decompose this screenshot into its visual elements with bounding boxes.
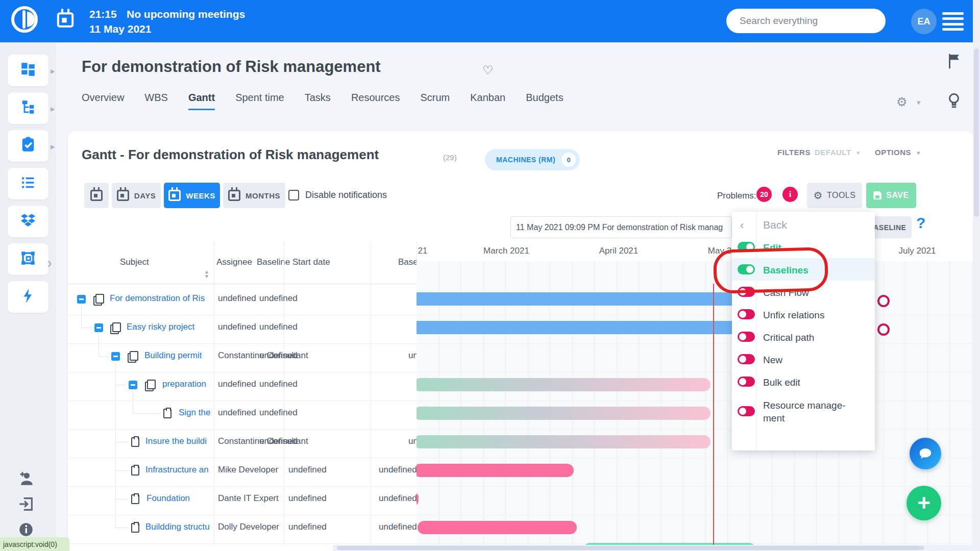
meetings-status[interactable]: No upcoming meetings bbox=[127, 8, 245, 20]
gantt-chart-area[interactable] bbox=[416, 261, 973, 545]
menu-item-bulk-edit[interactable]: Bulk edit bbox=[732, 370, 875, 393]
sidebar-item-bolt[interactable] bbox=[8, 281, 48, 313]
row-separator bbox=[68, 343, 416, 344]
column-header-baseline-end[interactable]: Base bbox=[398, 257, 418, 267]
lightbulb-icon[interactable] bbox=[945, 92, 963, 111]
settings-caret-icon[interactable]: ▾ bbox=[917, 98, 921, 107]
sidebar-item-frame[interactable] bbox=[8, 243, 48, 275]
help-question-icon[interactable]: ? bbox=[916, 214, 925, 232]
gantt-bar-row-8[interactable] bbox=[416, 492, 419, 506]
tab-kanban[interactable]: Kanban bbox=[470, 92, 505, 110]
calendar-icon[interactable] bbox=[57, 12, 74, 28]
tab-resources[interactable]: Resources bbox=[351, 92, 400, 110]
subject-link[interactable]: Sign the bbox=[179, 408, 210, 418]
chevron-right-icon[interactable]: ▸ bbox=[51, 141, 55, 152]
problems-count-badge[interactable]: 20 bbox=[756, 187, 772, 202]
scale-weeks-button[interactable]: WEEKS bbox=[164, 183, 220, 208]
column-header-baseline-start[interactable]: Baseline Start date bbox=[257, 257, 330, 267]
sidebar-item-dashboard-grid[interactable] bbox=[8, 55, 48, 86]
menu-item-resource-manage-ment[interactable]: Resource manage-ment bbox=[732, 393, 875, 430]
gantt-bar-row-9[interactable] bbox=[418, 521, 577, 534]
tab-wbs[interactable]: WBS bbox=[144, 92, 168, 110]
sidebar-expand-chevron-icon[interactable]: › bbox=[47, 254, 52, 271]
add-user-icon[interactable] bbox=[17, 470, 35, 487]
tools-button[interactable]: ⚙TOOLS bbox=[807, 183, 862, 208]
avatar[interactable]: EA bbox=[911, 9, 937, 34]
subject-link[interactable]: Foundation bbox=[146, 493, 190, 504]
scale-months-button[interactable]: MONTHS bbox=[223, 183, 285, 208]
gantt-bar-row-5[interactable] bbox=[416, 407, 710, 420]
hamburger-menu-icon[interactable] bbox=[942, 12, 964, 31]
menu-item-unfix-relations[interactable]: Unfix relations bbox=[732, 303, 875, 325]
column-header-assignee[interactable]: Assignee bbox=[216, 257, 252, 267]
subject-link[interactable]: Building permit bbox=[144, 350, 202, 361]
tab-spent-time[interactable]: Spent time bbox=[235, 92, 284, 110]
gantt-bar-row-6[interactable] bbox=[416, 435, 710, 448]
subject-link[interactable]: Insure the buildi bbox=[145, 436, 207, 446]
subject-link[interactable]: Easy risky project bbox=[127, 322, 194, 332]
sort-arrows-icon[interactable]: ▲▼ bbox=[204, 269, 209, 279]
sidebar-item-task-clipboard[interactable] bbox=[8, 130, 48, 162]
calendar-range-button[interactable] bbox=[84, 183, 109, 208]
horizontal-scrollbar[interactable] bbox=[333, 545, 973, 551]
menu-item-back[interactable]: Back bbox=[763, 219, 787, 231]
baseline-start-cell: undefined bbox=[259, 436, 298, 446]
menu-item-critical-path[interactable]: Critical path bbox=[732, 325, 875, 348]
info-icon[interactable]: i bbox=[782, 187, 798, 202]
toggle-off[interactable] bbox=[738, 406, 755, 416]
sidebar-item-project-tree[interactable] bbox=[8, 92, 48, 124]
subject-link[interactable]: Buildding structu bbox=[145, 522, 210, 532]
tab-budgets[interactable]: Budgets bbox=[526, 92, 563, 110]
filters-value[interactable]: DEFAULT bbox=[815, 148, 851, 157]
settings-gear-icon[interactable]: ⚙ bbox=[896, 95, 908, 109]
baseline-select[interactable]: 11 May 2021 09:09 PM For demonstration o… bbox=[510, 216, 732, 238]
options-label[interactable]: OPTIONS bbox=[875, 148, 911, 157]
chat-bubble-icon bbox=[918, 446, 933, 461]
favorite-heart-icon[interactable]: ♡ bbox=[482, 63, 494, 78]
flag-icon[interactable] bbox=[945, 53, 963, 72]
toggle-off[interactable] bbox=[738, 332, 755, 342]
problem-ring-icon[interactable] bbox=[877, 295, 890, 307]
toggle-off[interactable] bbox=[738, 377, 755, 387]
collapse-minus-icon[interactable] bbox=[77, 295, 86, 304]
collapse-minus-icon[interactable] bbox=[111, 352, 120, 361]
toggle-off[interactable] bbox=[738, 309, 755, 319]
collapse-minus-icon[interactable] bbox=[129, 381, 137, 389]
save-button[interactable]: SAVE bbox=[866, 183, 916, 208]
sidebar-item-list[interactable] bbox=[8, 168, 48, 199]
gantt-bar-row-4[interactable] bbox=[416, 378, 710, 391]
app-logo-icon[interactable] bbox=[11, 6, 38, 33]
tab-tasks[interactable]: Tasks bbox=[305, 92, 331, 110]
gantt-bar-row-7[interactable] bbox=[416, 464, 574, 477]
add-fab-button[interactable]: + bbox=[906, 486, 941, 520]
scale-days-button[interactable]: DAYS bbox=[112, 183, 161, 208]
info-icon[interactable] bbox=[17, 521, 35, 538]
baseline-start-cell: undefined bbox=[259, 322, 298, 332]
tab-overview[interactable]: Overview bbox=[82, 92, 124, 110]
options-caret-icon[interactable]: ▾ bbox=[917, 149, 920, 157]
sidebar-item-dropbox[interactable] bbox=[8, 206, 48, 237]
filters-caret-icon[interactable]: ▾ bbox=[856, 149, 860, 157]
menu-item-new[interactable]: New bbox=[732, 348, 875, 370]
chevron-right-icon[interactable]: ▸ bbox=[51, 66, 55, 77]
back-chevron-icon[interactable]: ‹ bbox=[740, 219, 744, 232]
subject-link[interactable]: preparation bbox=[162, 379, 206, 389]
search-input[interactable] bbox=[726, 9, 886, 33]
subject-link[interactable]: Infrastructure an bbox=[145, 465, 209, 475]
tree-connector bbox=[99, 356, 109, 357]
problems-label: Problems: bbox=[717, 191, 756, 201]
subject-link[interactable]: For demonstration of Ris bbox=[110, 293, 205, 304]
tab-gantt[interactable]: Gantt bbox=[188, 92, 215, 110]
tab-scrum[interactable]: Scrum bbox=[420, 92, 450, 110]
exit-icon[interactable] bbox=[17, 495, 35, 513]
collapse-minus-icon[interactable] bbox=[94, 323, 103, 332]
column-header-subject[interactable]: Subject bbox=[120, 257, 149, 267]
toggle-off[interactable] bbox=[738, 354, 755, 364]
filters-label[interactable]: FILTERS bbox=[777, 148, 811, 157]
disable-notifications-checkbox[interactable] bbox=[288, 190, 299, 201]
vertical-scrollbar[interactable] bbox=[973, 0, 980, 551]
machines-badge[interactable]: MACHINES (RM) 0 bbox=[485, 149, 580, 170]
chevron-right-icon[interactable]: ▸ bbox=[51, 104, 55, 114]
chat-fab-button[interactable] bbox=[910, 438, 941, 469]
problem-ring-icon[interactable] bbox=[877, 323, 890, 336]
